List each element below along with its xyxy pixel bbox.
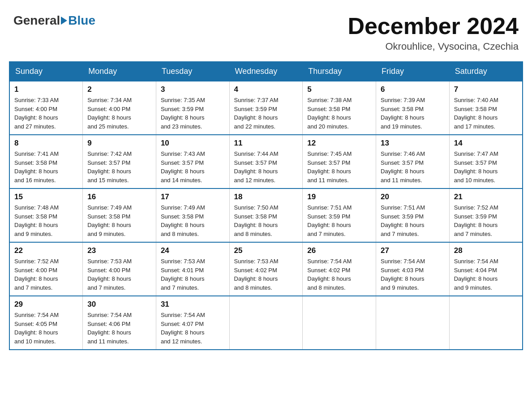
day-number: 20	[381, 193, 445, 201]
day-number: 25	[234, 246, 298, 255]
calendar-cell: 13Sunrise: 7:46 AM Sunset: 3:57 PM Dayli…	[376, 135, 450, 188]
day-header-saturday: Saturday	[449, 62, 523, 81]
logo-triangle-icon	[61, 17, 67, 25]
day-number: 29	[14, 300, 78, 309]
calendar-cell	[303, 296, 376, 350]
day-info: Sunrise: 7:40 AM Sunset: 3:58 PM Dayligh…	[454, 96, 518, 131]
calendar-cell: 30Sunrise: 7:54 AM Sunset: 4:06 PM Dayli…	[83, 296, 156, 350]
calendar-cell: 22Sunrise: 7:52 AM Sunset: 4:00 PM Dayli…	[9, 242, 83, 296]
calendar-week-row: 8Sunrise: 7:41 AM Sunset: 3:58 PM Daylig…	[9, 135, 523, 188]
day-info: Sunrise: 7:41 AM Sunset: 3:58 PM Dayligh…	[14, 150, 78, 184]
day-header-monday: Monday	[83, 62, 156, 81]
day-info: Sunrise: 7:33 AM Sunset: 4:00 PM Dayligh…	[14, 96, 78, 131]
calendar-cell: 31Sunrise: 7:54 AM Sunset: 4:07 PM Dayli…	[156, 296, 229, 350]
calendar-cell: 6Sunrise: 7:39 AM Sunset: 3:58 PM Daylig…	[376, 81, 450, 135]
calendar-cell: 20Sunrise: 7:51 AM Sunset: 3:59 PM Dayli…	[376, 188, 450, 242]
calendar-cell: 16Sunrise: 7:49 AM Sunset: 3:58 PM Dayli…	[83, 188, 156, 242]
calendar-cell	[229, 296, 303, 350]
calendar-cell: 24Sunrise: 7:53 AM Sunset: 4:01 PM Dayli…	[156, 242, 229, 296]
day-number: 10	[161, 139, 225, 148]
calendar-cell: 25Sunrise: 7:53 AM Sunset: 4:02 PM Dayli…	[229, 242, 303, 296]
calendar-header-row: SundayMondayTuesdayWednesdayThursdayFrid…	[9, 62, 523, 81]
calendar-cell: 14Sunrise: 7:47 AM Sunset: 3:57 PM Dayli…	[449, 135, 523, 188]
day-info: Sunrise: 7:48 AM Sunset: 3:58 PM Dayligh…	[14, 203, 78, 238]
logo: General Blue	[13, 13, 95, 28]
calendar-cell: 18Sunrise: 7:50 AM Sunset: 3:58 PM Dayli…	[229, 188, 303, 242]
calendar-cell: 29Sunrise: 7:54 AM Sunset: 4:05 PM Dayli…	[9, 296, 83, 350]
calendar-week-row: 22Sunrise: 7:52 AM Sunset: 4:00 PM Dayli…	[9, 242, 523, 296]
day-info: Sunrise: 7:53 AM Sunset: 4:00 PM Dayligh…	[87, 257, 151, 292]
calendar-cell	[449, 296, 523, 350]
day-number: 16	[87, 193, 151, 201]
logo-general-text: General	[13, 13, 60, 28]
day-number: 5	[307, 85, 371, 94]
calendar-cell: 7Sunrise: 7:40 AM Sunset: 3:58 PM Daylig…	[449, 81, 523, 135]
day-number: 19	[307, 193, 371, 201]
day-number: 8	[14, 139, 78, 148]
day-header-thursday: Thursday	[303, 62, 376, 81]
calendar-cell: 27Sunrise: 7:54 AM Sunset: 4:03 PM Dayli…	[376, 242, 450, 296]
day-info: Sunrise: 7:54 AM Sunset: 4:03 PM Dayligh…	[381, 257, 445, 292]
day-number: 14	[454, 139, 518, 148]
calendar-table: SundayMondayTuesdayWednesdayThursdayFrid…	[9, 61, 523, 350]
day-number: 1	[14, 85, 78, 94]
calendar-cell: 17Sunrise: 7:49 AM Sunset: 3:58 PM Dayli…	[156, 188, 229, 242]
day-number: 23	[87, 246, 151, 255]
day-number: 13	[381, 139, 445, 148]
day-info: Sunrise: 7:37 AM Sunset: 3:59 PM Dayligh…	[234, 96, 298, 131]
day-number: 6	[381, 85, 445, 94]
day-info: Sunrise: 7:52 AM Sunset: 4:00 PM Dayligh…	[14, 257, 78, 292]
page-header: General Blue December 2024 Okrouhlice, V…	[9, 9, 523, 52]
calendar-cell: 21Sunrise: 7:52 AM Sunset: 3:59 PM Dayli…	[449, 188, 523, 242]
month-title: December 2024	[348, 13, 519, 39]
day-number: 18	[234, 193, 298, 201]
day-header-friday: Friday	[376, 62, 450, 81]
calendar-cell: 8Sunrise: 7:41 AM Sunset: 3:58 PM Daylig…	[9, 135, 83, 188]
calendar-cell: 1Sunrise: 7:33 AM Sunset: 4:00 PM Daylig…	[9, 81, 83, 135]
calendar-cell: 19Sunrise: 7:51 AM Sunset: 3:59 PM Dayli…	[303, 188, 376, 242]
calendar-week-row: 1Sunrise: 7:33 AM Sunset: 4:00 PM Daylig…	[9, 81, 523, 135]
day-number: 26	[307, 246, 371, 255]
day-info: Sunrise: 7:53 AM Sunset: 4:01 PM Dayligh…	[161, 257, 225, 292]
day-number: 30	[87, 300, 151, 309]
day-number: 11	[234, 139, 298, 148]
day-info: Sunrise: 7:54 AM Sunset: 4:07 PM Dayligh…	[161, 311, 225, 346]
calendar-cell: 28Sunrise: 7:54 AM Sunset: 4:04 PM Dayli…	[449, 242, 523, 296]
day-info: Sunrise: 7:54 AM Sunset: 4:05 PM Dayligh…	[14, 311, 78, 346]
day-info: Sunrise: 7:43 AM Sunset: 3:57 PM Dayligh…	[161, 150, 225, 184]
day-info: Sunrise: 7:45 AM Sunset: 3:57 PM Dayligh…	[307, 150, 371, 184]
day-info: Sunrise: 7:39 AM Sunset: 3:58 PM Dayligh…	[381, 96, 445, 131]
day-info: Sunrise: 7:53 AM Sunset: 4:02 PM Dayligh…	[234, 257, 298, 292]
day-info: Sunrise: 7:54 AM Sunset: 4:06 PM Dayligh…	[87, 311, 151, 346]
day-header-sunday: Sunday	[9, 62, 83, 81]
day-info: Sunrise: 7:46 AM Sunset: 3:57 PM Dayligh…	[381, 150, 445, 184]
day-info: Sunrise: 7:42 AM Sunset: 3:57 PM Dayligh…	[87, 150, 151, 184]
day-info: Sunrise: 7:34 AM Sunset: 4:00 PM Dayligh…	[87, 96, 151, 131]
day-number: 22	[14, 246, 78, 255]
day-header-tuesday: Tuesday	[156, 62, 229, 81]
day-number: 3	[161, 85, 225, 94]
day-info: Sunrise: 7:51 AM Sunset: 3:59 PM Dayligh…	[307, 203, 371, 238]
calendar-cell: 10Sunrise: 7:43 AM Sunset: 3:57 PM Dayli…	[156, 135, 229, 188]
day-number: 2	[87, 85, 151, 94]
calendar-cell: 9Sunrise: 7:42 AM Sunset: 3:57 PM Daylig…	[83, 135, 156, 188]
calendar-cell: 26Sunrise: 7:54 AM Sunset: 4:02 PM Dayli…	[303, 242, 376, 296]
day-header-wednesday: Wednesday	[229, 62, 303, 81]
day-info: Sunrise: 7:52 AM Sunset: 3:59 PM Dayligh…	[454, 203, 518, 238]
calendar-cell: 11Sunrise: 7:44 AM Sunset: 3:57 PM Dayli…	[229, 135, 303, 188]
calendar-week-row: 15Sunrise: 7:48 AM Sunset: 3:58 PM Dayli…	[9, 188, 523, 242]
day-number: 21	[454, 193, 518, 201]
day-info: Sunrise: 7:47 AM Sunset: 3:57 PM Dayligh…	[454, 150, 518, 184]
calendar-cell: 23Sunrise: 7:53 AM Sunset: 4:00 PM Dayli…	[83, 242, 156, 296]
day-number: 12	[307, 139, 371, 148]
day-info: Sunrise: 7:49 AM Sunset: 3:58 PM Dayligh…	[87, 203, 151, 238]
day-number: 7	[454, 85, 518, 94]
calendar-cell: 4Sunrise: 7:37 AM Sunset: 3:59 PM Daylig…	[229, 81, 303, 135]
day-number: 9	[87, 139, 151, 148]
calendar-cell: 2Sunrise: 7:34 AM Sunset: 4:00 PM Daylig…	[83, 81, 156, 135]
title-block: December 2024 Okrouhlice, Vysocina, Czec…	[348, 13, 519, 52]
calendar-cell: 15Sunrise: 7:48 AM Sunset: 3:58 PM Dayli…	[9, 188, 83, 242]
day-info: Sunrise: 7:44 AM Sunset: 3:57 PM Dayligh…	[234, 150, 298, 184]
day-number: 24	[161, 246, 225, 255]
calendar-cell: 12Sunrise: 7:45 AM Sunset: 3:57 PM Dayli…	[303, 135, 376, 188]
